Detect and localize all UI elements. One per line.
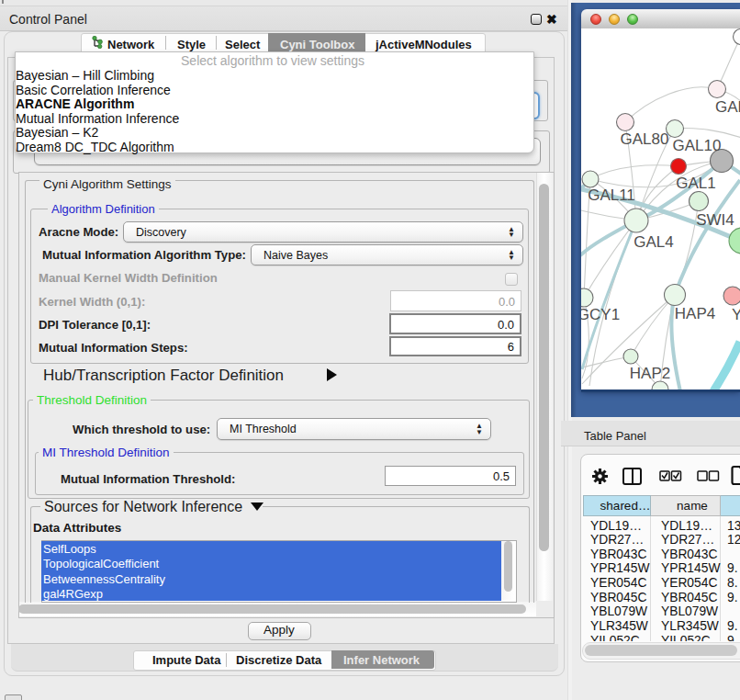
svg-text:Y: Y: [732, 306, 740, 323]
svg-text:GAL7: GAL7: [715, 98, 740, 116]
svg-text:GAL1: GAL1: [676, 175, 715, 192]
svg-text:HAP2: HAP2: [630, 365, 670, 382]
svg-text:SWI4: SWI4: [696, 211, 734, 229]
svg-text:GAL80: GAL80: [621, 130, 669, 148]
svg-text:HAP4: HAP4: [675, 305, 715, 322]
svg-text:GAL10: GAL10: [673, 137, 722, 154]
svg-text:GAL4: GAL4: [633, 233, 673, 251]
svg-text:GCY1: GCY1: [581, 306, 620, 323]
svg-text:GAL11: GAL11: [588, 186, 635, 204]
